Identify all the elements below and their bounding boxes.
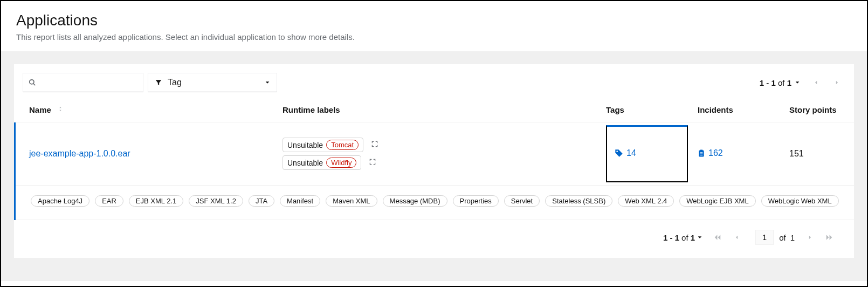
tag-pill: JTA	[249, 195, 274, 207]
runtime-chip: Unsuitable Tomcat	[283, 138, 363, 152]
col-story-points: Story points	[789, 105, 854, 114]
chevron-left-icon	[734, 234, 740, 241]
pagination-of: of	[778, 78, 785, 87]
tag-pill: JSF XML 1.2	[189, 195, 243, 207]
pagination-options-toggle[interactable]	[795, 80, 804, 85]
prev-page-button[interactable]	[808, 73, 825, 92]
filter-label: Tag	[168, 78, 182, 87]
next-page-button[interactable]	[828, 73, 845, 92]
caret-down-icon	[795, 80, 800, 85]
filter-dropdown[interactable]: Tag	[148, 73, 277, 92]
tag-pill: Servlet	[504, 195, 540, 207]
tag-pill: WebLogic EJB XML	[679, 195, 755, 207]
incidents-link[interactable]: 162	[698, 148, 723, 158]
svg-point-0	[30, 80, 34, 84]
next-page-button[interactable]	[801, 228, 818, 247]
runtime-label-item: Unsuitable Tomcat	[283, 138, 378, 152]
page-title: Applications	[16, 12, 852, 29]
col-storypoints-label: Story points	[789, 105, 837, 114]
tag-pill: EJB XML 2.1	[129, 195, 183, 207]
tags-count: 14	[626, 148, 636, 158]
search-icon	[29, 79, 36, 86]
tag-pill: WebLogic Web XML	[761, 195, 839, 207]
col-runtime-labels: Runtime labels	[283, 105, 606, 114]
pagination-bottom: 1 - 1 of 1 of 1	[14, 220, 854, 258]
prev-page-button[interactable]	[728, 228, 746, 247]
tag-pill: Maven XML	[326, 195, 377, 207]
tag-pill: EAR	[95, 195, 123, 207]
tag-pill: Web XML 2.4	[618, 195, 674, 207]
sort-icon	[58, 105, 63, 114]
chevron-left-icon	[814, 79, 819, 86]
svg-line-1	[33, 84, 36, 86]
pagination-total: 1	[787, 78, 791, 87]
pagination-total: 1	[691, 233, 695, 242]
runtime-labels-cell: Unsuitable Tomcat Unsuitable Wildfly	[283, 138, 606, 170]
total-pages: 1	[790, 233, 795, 242]
table-row: jee-example-app-1.0.0.ear Unsuitable Tom…	[14, 122, 854, 220]
pagination-options-toggle[interactable]	[697, 235, 707, 240]
svg-rect-3	[699, 150, 704, 156]
col-name[interactable]: Name	[29, 105, 283, 114]
chevron-right-icon	[834, 79, 839, 86]
svg-point-2	[616, 151, 618, 152]
runtime-badge: Tomcat	[326, 140, 359, 150]
pagination-range: 1 - 1	[760, 78, 776, 87]
page-number-input[interactable]	[755, 230, 774, 245]
col-incidents-label: Incidents	[698, 105, 733, 114]
application-link[interactable]: jee-example-app-1.0.0.ear	[29, 149, 130, 158]
incidents-count: 162	[708, 148, 723, 158]
tags-expanded: Apache Log4J EAR EJB XML 2.1 JSF XML 1.2…	[16, 186, 854, 220]
chevron-right-icon	[807, 234, 812, 241]
filter-icon	[155, 79, 162, 86]
col-name-label: Name	[29, 105, 51, 114]
of-pages-label: of	[779, 233, 786, 242]
toolbar: Tag 1 - 1 of 1	[14, 64, 854, 98]
pagination-range: 1 - 1	[663, 233, 679, 242]
tag-icon	[615, 149, 623, 158]
search-input-wrapper[interactable]	[23, 73, 143, 92]
first-page-button[interactable]	[709, 228, 726, 247]
search-input[interactable]	[40, 78, 145, 88]
story-points-value: 151	[789, 149, 804, 158]
tags-cell[interactable]: 14	[606, 125, 688, 182]
caret-down-icon	[265, 80, 270, 85]
expand-icon[interactable]	[371, 140, 378, 150]
col-runtime-label: Runtime labels	[283, 105, 340, 114]
clipboard-icon	[698, 149, 705, 158]
tag-pill: Message (MDB)	[383, 195, 447, 207]
page-subtitle: This report lists all analyzed applicati…	[16, 32, 852, 42]
double-chevron-left-icon	[714, 234, 721, 241]
svg-rect-4	[700, 149, 703, 151]
col-tags: Tags	[606, 105, 698, 114]
runtime-label-item: Unsuitable Wildfly	[283, 155, 376, 170]
last-page-button[interactable]	[821, 228, 838, 247]
col-tags-label: Tags	[606, 105, 624, 114]
runtime-status: Unsuitable	[287, 141, 323, 149]
tag-pill: Apache Log4J	[31, 195, 89, 207]
pagination-top: 1 - 1 of 1	[760, 73, 845, 92]
runtime-status: Unsuitable	[287, 159, 323, 167]
tag-pill: Manifest	[280, 195, 320, 207]
double-chevron-right-icon	[825, 234, 833, 241]
col-incidents: Incidents	[698, 105, 789, 114]
expand-icon[interactable]	[369, 158, 376, 168]
table-header: Name Runtime labels Tags Incidents Story…	[14, 98, 854, 122]
runtime-chip: Unsuitable Wildfly	[283, 155, 361, 170]
tag-pill: Properties	[453, 195, 499, 207]
pagination-of: of	[681, 233, 688, 242]
caret-down-icon	[697, 235, 702, 240]
tag-pill: Stateless (SLSB)	[545, 195, 612, 207]
runtime-badge: Wildfly	[326, 158, 356, 168]
